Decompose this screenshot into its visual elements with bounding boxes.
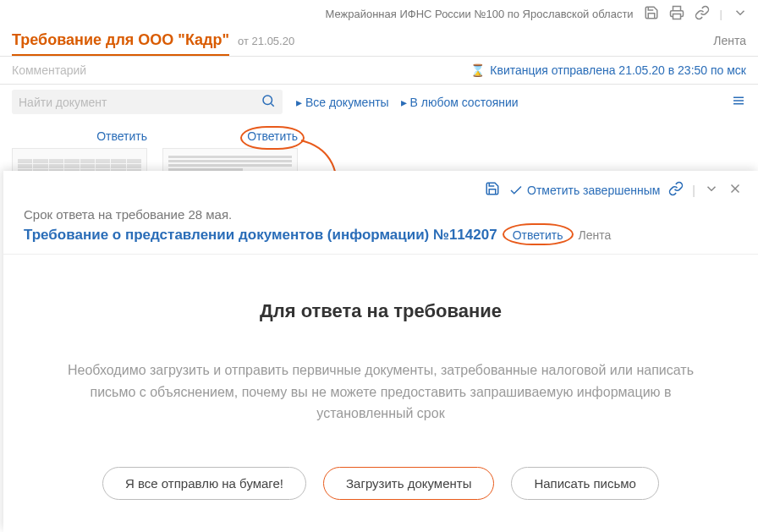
menu-icon[interactable] xyxy=(731,93,746,111)
divider: | xyxy=(720,8,722,20)
hourglass-icon: ⌛ xyxy=(470,63,485,77)
print-icon[interactable] xyxy=(669,5,684,23)
panel-description: Необходимо загрузить и отправить первичн… xyxy=(54,359,707,425)
panel-title-row: Требование о представлении документов (и… xyxy=(3,227,758,255)
comment-row: ⌛ Квитанция отправлена 21.05.20 в 23:50 … xyxy=(0,56,758,85)
svg-point-1 xyxy=(263,96,272,105)
feed-tab[interactable]: Лента xyxy=(713,34,746,47)
panel-feed-tab[interactable]: Лента xyxy=(579,228,612,242)
search-box xyxy=(12,90,283,114)
chevron-down-icon[interactable] xyxy=(704,181,719,199)
panel-link-icon[interactable] xyxy=(668,181,684,199)
panel-toolbar: Отметить завершенным | xyxy=(3,171,758,204)
svg-rect-0 xyxy=(673,14,680,19)
write-letter-button[interactable]: Написать письмо xyxy=(511,467,659,500)
divider: | xyxy=(692,184,695,197)
link-icon[interactable] xyxy=(695,5,710,23)
comment-input[interactable] xyxy=(0,57,459,84)
svg-line-2 xyxy=(271,103,273,106)
search-input[interactable] xyxy=(19,96,261,109)
upload-docs-button[interactable]: Загрузить документы xyxy=(323,467,494,500)
filter-row: ▸ Все документы ▸ В любом состоянии xyxy=(0,85,758,119)
receipt-status: ⌛ Квитанция отправлена 21.05.20 в 23:50 … xyxy=(459,63,758,77)
receipt-text: Квитанция отправлена 21.05.20 в 23:50 по… xyxy=(490,63,746,77)
filter-all-docs[interactable]: ▸ Все документы xyxy=(296,96,389,109)
deadline-text: Срок ответа на требование 28 мая. xyxy=(3,204,758,227)
filter-any-state[interactable]: ▸ В любом состоянии xyxy=(401,96,519,109)
title-row: Требование для ООО "Кадр" от 21.05.20 Ле… xyxy=(0,28,758,56)
close-icon[interactable] xyxy=(728,181,743,199)
button-row: Я все отправлю на бумаге! Загрузить доку… xyxy=(54,467,707,500)
top-header: Межрайонная ИФНС России №100 по Ярославс… xyxy=(0,0,758,28)
panel-save-icon[interactable] xyxy=(485,181,500,199)
panel-heading: Для ответа на требование xyxy=(54,300,707,322)
panel-body: Для ответа на требование Необходимо загр… xyxy=(3,255,758,525)
panel-reply-button[interactable]: Ответить xyxy=(509,227,567,244)
search-icon[interactable] xyxy=(261,93,276,111)
filter-links: ▸ Все документы ▸ В любом состоянии xyxy=(296,96,519,109)
panel-title: Требование о представлении документов (и… xyxy=(24,227,497,244)
doc-reply-1[interactable]: Ответить xyxy=(12,129,147,148)
doc-reply-2[interactable]: Ответить xyxy=(247,129,298,148)
chevron-down-icon[interactable] xyxy=(733,5,748,23)
send-paper-button[interactable]: Я все отправлю на бумаге! xyxy=(102,467,306,500)
mark-complete-button[interactable]: Отметить завершенным xyxy=(508,183,660,198)
page-title: Требование для ООО "Кадр" xyxy=(12,31,229,56)
save-icon[interactable] xyxy=(644,5,659,23)
detail-panel: Отметить завершенным | Срок ответа на тр… xyxy=(3,171,758,532)
title-date: от 21.05.20 xyxy=(238,35,294,47)
org-name: Межрайонная ИФНС России №100 по Ярославс… xyxy=(325,8,633,20)
